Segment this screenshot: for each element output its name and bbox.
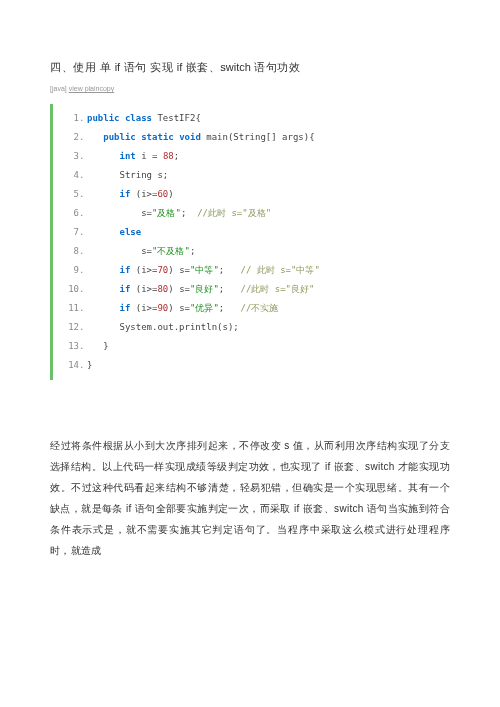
code-line: 10. if (i>=80) s="良好"; //此时 s="良好" xyxy=(61,280,450,299)
code-content: int i = 88; xyxy=(87,152,179,161)
code-line: 4. String s; xyxy=(61,166,450,185)
code-meta: [java] view plaincopy xyxy=(50,85,450,92)
code-content: if (i>=90) s="优异"; //不实施 xyxy=(87,304,278,313)
line-number: 14 xyxy=(61,361,79,370)
line-dot: . xyxy=(79,342,87,351)
code-content: public class TestIF2{ xyxy=(87,114,201,123)
line-number: 7 xyxy=(61,228,79,237)
heading-kw: switch xyxy=(220,61,251,73)
code-line: 12. System.out.println(s); xyxy=(61,318,450,337)
line-number: 11 xyxy=(61,304,79,313)
code-line: 8. s="不及格"; xyxy=(61,242,450,261)
code-line: 7. else xyxy=(61,223,450,242)
code-content: s="及格"; //此时 s="及格" xyxy=(87,209,271,218)
code-line: 11. if (i>=90) s="优异"; //不实施 xyxy=(61,299,450,318)
code-line: 2. public static void main(String[] args… xyxy=(61,128,450,147)
line-number: 8 xyxy=(61,247,79,256)
line-dot: . xyxy=(79,247,87,256)
section-heading: 四、使用 单 if 语句 实现 if 嵌套、switch 语句功效 xyxy=(50,60,450,75)
heading-text: 四、使用 单 xyxy=(50,61,115,73)
heading-text: 语句 实现 xyxy=(120,61,177,73)
code-content: } xyxy=(87,342,109,351)
line-number: 12 xyxy=(61,323,79,332)
para-text: 值，从而利用次序结构实现了分支选择结构。以上代码一样实现成绩等级判定功效，也实现… xyxy=(50,440,450,556)
code-content: String s; xyxy=(87,171,168,180)
code-content: } xyxy=(87,361,92,370)
line-number: 9 xyxy=(61,266,79,275)
heading-text: 嵌套、 xyxy=(182,61,220,73)
line-dot: . xyxy=(79,323,87,332)
line-dot: . xyxy=(79,190,87,199)
code-line: 5. if (i>=60) xyxy=(61,185,450,204)
line-dot: . xyxy=(79,228,87,237)
line-dot: . xyxy=(79,361,87,370)
line-number: 5 xyxy=(61,190,79,199)
line-dot: . xyxy=(79,152,87,161)
line-number: 2 xyxy=(61,133,79,142)
line-number: 10 xyxy=(61,285,79,294)
line-number: 1 xyxy=(61,114,79,123)
code-content: if (i>=80) s="良好"; //此时 s="良好" xyxy=(87,285,314,294)
code-lang: [java] xyxy=(50,85,67,92)
line-dot: . xyxy=(79,114,87,123)
line-dot: . xyxy=(79,209,87,218)
heading-text: 语句功效 xyxy=(251,61,301,73)
line-number: 3 xyxy=(61,152,79,161)
line-dot: . xyxy=(79,304,87,313)
line-number: 4 xyxy=(61,171,79,180)
code-block: 1.public class TestIF2{2. public static … xyxy=(50,104,450,380)
body-paragraph: 经过将条件根据从小到大次序排列起来，不停改变 s 值，从而利用次序结构实现了分支… xyxy=(50,435,450,561)
code-content: else xyxy=(87,228,141,237)
code-line: 13. } xyxy=(61,337,450,356)
code-content: public static void main(String[] args){ xyxy=(87,133,315,142)
line-number: 6 xyxy=(61,209,79,218)
line-dot: . xyxy=(79,266,87,275)
line-dot: . xyxy=(79,171,87,180)
code-content: s="不及格"; xyxy=(87,247,195,256)
code-content: if (i>=60) xyxy=(87,190,174,199)
line-dot: . xyxy=(79,285,87,294)
code-line: 14.} xyxy=(61,356,450,375)
code-line: 1.public class TestIF2{ xyxy=(61,109,450,128)
code-content: if (i>=70) s="中等"; // 此时 s="中等" xyxy=(87,266,320,275)
line-number: 13 xyxy=(61,342,79,351)
view-plain-copy-link[interactable]: view plaincopy xyxy=(69,85,115,92)
code-content: System.out.println(s); xyxy=(87,323,239,332)
code-line: 9. if (i>=70) s="中等"; // 此时 s="中等" xyxy=(61,261,450,280)
code-line: 6. s="及格"; //此时 s="及格" xyxy=(61,204,450,223)
code-line: 3. int i = 88; xyxy=(61,147,450,166)
line-dot: . xyxy=(79,133,87,142)
para-text: 经过将条件根据从小到大次序排列起来，不停改变 xyxy=(50,440,284,451)
